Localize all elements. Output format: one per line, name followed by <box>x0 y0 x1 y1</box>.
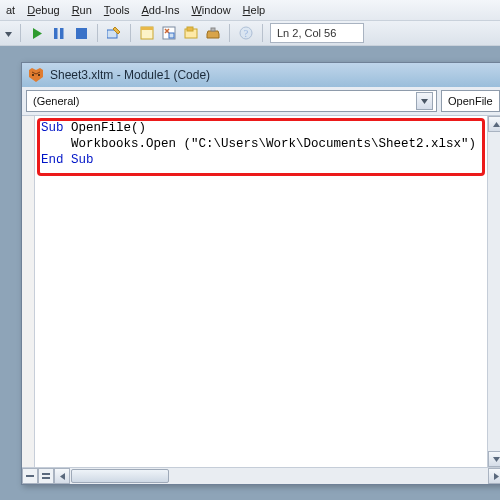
procedure-combo-value: OpenFile <box>448 95 493 107</box>
menu-bar: at Debug Run Tools Add-Ins Window Help <box>0 0 500 21</box>
design-mode-icon[interactable] <box>105 24 123 42</box>
code-window-dropdowns: (General) OpenFile <box>22 87 500 116</box>
code-margin[interactable] <box>22 116 35 467</box>
code-window: Sheet3.xltm - Module1 (Code) (General) O… <box>21 62 500 485</box>
run-icon[interactable] <box>28 24 46 42</box>
toolbar: ? Ln 2, Col 56 <box>0 21 500 46</box>
toolbox-icon[interactable] <box>204 24 222 42</box>
horizontal-scrollbar[interactable] <box>22 467 500 484</box>
svg-rect-15 <box>26 475 34 477</box>
menu-addins[interactable]: Add-Ins <box>138 2 186 18</box>
scroll-right-icon[interactable] <box>488 468 500 484</box>
module-icon <box>28 67 44 83</box>
menu-help[interactable]: Help <box>239 2 272 18</box>
svg-text:?: ? <box>244 28 249 39</box>
toolbar-dropdown-icon[interactable] <box>4 27 13 39</box>
scroll-left-icon[interactable] <box>54 468 70 484</box>
svg-rect-17 <box>42 477 50 479</box>
hscroll-thumb[interactable] <box>71 469 169 483</box>
stop-icon[interactable] <box>72 24 90 42</box>
vertical-scrollbar[interactable] <box>487 116 500 467</box>
code-area: Sub OpenFile() Workbooks.Open ("C:\Users… <box>22 116 500 467</box>
menu-tools[interactable]: Tools <box>100 2 136 18</box>
code-editor[interactable]: Sub OpenFile() Workbooks.Open ("C:\Users… <box>35 116 487 467</box>
help-icon: ? <box>237 24 255 42</box>
menu-format[interactable]: at <box>2 2 21 18</box>
svg-rect-10 <box>211 28 215 31</box>
full-module-view-icon[interactable] <box>38 468 54 484</box>
project-explorer-icon[interactable] <box>138 24 156 42</box>
cursor-position-box: Ln 2, Col 56 <box>270 23 364 43</box>
chevron-down-icon[interactable] <box>416 92 433 110</box>
svg-rect-2 <box>76 28 87 39</box>
svg-rect-0 <box>54 28 58 39</box>
object-combo-value: (General) <box>33 95 79 107</box>
scroll-up-icon[interactable] <box>488 116 500 132</box>
menu-run[interactable]: Run <box>68 2 98 18</box>
svg-rect-5 <box>141 27 153 30</box>
hscroll-track[interactable] <box>54 468 500 484</box>
properties-window-icon[interactable] <box>160 24 178 42</box>
code-window-titlebar[interactable]: Sheet3.xltm - Module1 (Code) <box>22 63 500 87</box>
procedure-combo[interactable]: OpenFile <box>441 90 500 112</box>
svg-point-13 <box>32 74 34 76</box>
object-combo[interactable]: (General) <box>26 90 437 112</box>
mdi-client-area: Sheet3.xltm - Module1 (Code) (General) O… <box>0 46 500 500</box>
pause-icon[interactable] <box>50 24 68 42</box>
menu-debug[interactable]: Debug <box>23 2 65 18</box>
svg-rect-9 <box>187 27 193 31</box>
procedure-view-icon[interactable] <box>22 468 38 484</box>
code-window-title: Sheet3.xltm - Module1 (Code) <box>50 68 210 82</box>
svg-rect-7 <box>169 33 174 38</box>
vba-ide-window: at Debug Run Tools Add-Ins Window Help ?… <box>0 0 500 500</box>
svg-point-14 <box>38 74 40 76</box>
svg-rect-16 <box>42 473 50 475</box>
menu-window[interactable]: Window <box>187 2 236 18</box>
object-browser-icon[interactable] <box>182 24 200 42</box>
scroll-down-icon[interactable] <box>488 451 500 467</box>
svg-rect-1 <box>60 28 64 39</box>
